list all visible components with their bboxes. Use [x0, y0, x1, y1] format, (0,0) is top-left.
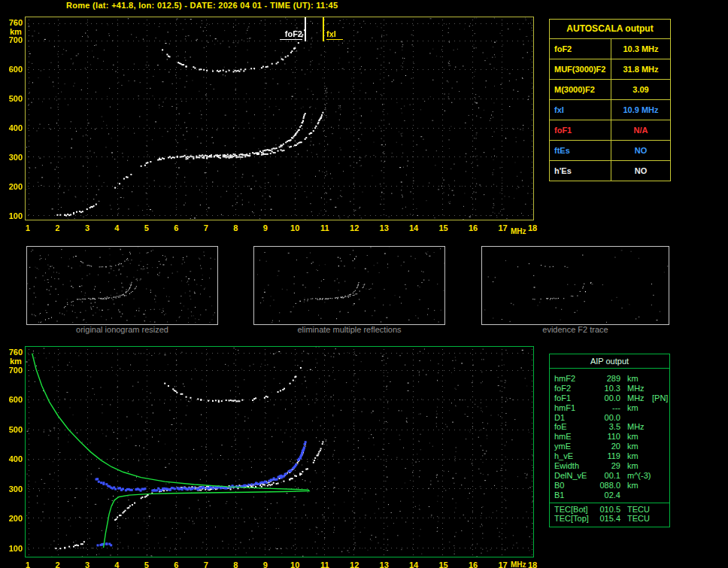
x-tick-15: 15	[435, 560, 452, 568]
x-tick-8: 8	[227, 560, 244, 568]
aip-row-extra	[652, 471, 669, 481]
aip-row-value: 088.0	[593, 481, 620, 491]
x-tick-3: 3	[79, 560, 96, 568]
aip-row-label: foF2	[550, 384, 593, 393]
aip-tec-row-TEC[Top]: TEC[Top]015.4TECU	[550, 514, 669, 524]
aip-row-foF2: foF210.3MHz	[550, 384, 669, 393]
aip-row-unit	[620, 491, 652, 500]
aip-row-label: foE	[550, 422, 593, 432]
x-tick-13: 13	[376, 560, 393, 568]
x-tick-9: 9	[257, 560, 274, 568]
aip-row-Ewidth: Ewidth29km	[550, 461, 669, 471]
thumbnail-evidence-f2-trace	[481, 246, 669, 325]
autoscala-row-h'Es: h'EsNO	[550, 160, 670, 181]
y-tick-300: 300	[2, 484, 23, 494]
aip-row-DelN_vE: DelN_vE00.1m^(-3)	[550, 471, 669, 481]
x-tick-6: 6	[168, 560, 184, 568]
aip-row-value: 00.0	[593, 413, 620, 423]
aip-row-value: 10.3	[593, 384, 620, 393]
x-tick-18: 18	[524, 560, 541, 568]
aip-row-extra	[652, 432, 669, 442]
aip-row-foE: foE3.5MHz	[550, 422, 669, 432]
x-tick-4: 4	[108, 560, 125, 568]
x-tick-1: 1	[20, 560, 36, 568]
ionogram-bottom-plot	[25, 346, 534, 557]
ionogram-top-canvas	[26, 17, 533, 220]
autoscala-row-label: foF1	[550, 120, 611, 140]
thumbnail-eliminate-canvas	[254, 247, 444, 323]
thumbnail-original-ionogram	[26, 246, 218, 325]
aip-row-foF1: foF100.0MHz[PN]	[550, 393, 669, 403]
thumbnail-evidence-canvas	[482, 247, 669, 323]
thumbnail-caption-1: original ionogram resized	[26, 325, 218, 334]
y-tick-400: 400	[2, 454, 23, 463]
aip-row-extra	[652, 384, 669, 393]
autoscala-row-ftEs: ftEsNO	[550, 140, 670, 160]
aip-row-hmF1: hmF1---km	[550, 403, 669, 413]
x-tick-12: 12	[346, 223, 362, 232]
x-tick-10: 10	[287, 223, 303, 232]
autoscala-row-MUF(3000)F2: MUF(3000)F231.8 MHz	[550, 59, 670, 79]
autoscala-row-M(3000)F2: M(3000)F23.09	[550, 79, 670, 99]
y-tick-400: 400	[2, 123, 23, 132]
autoscala-row-label: MUF(3000)F2	[550, 59, 611, 79]
aip-row-extra	[652, 413, 669, 423]
x-tick-17: 17	[495, 223, 511, 232]
autoscala-row-label: h'Es	[550, 161, 611, 181]
aip-row-extra: [PN]	[652, 393, 669, 403]
aip-row-unit	[620, 413, 652, 423]
aip-row-label: h_vE	[550, 451, 593, 461]
autoscala-row-foF2: foF210.3 MHz	[550, 39, 670, 59]
aip-row-label: B0	[550, 481, 593, 491]
aip-row-B0: B0088.0km	[550, 481, 669, 491]
x-tick-17: 17	[495, 560, 511, 568]
autoscala-row-value: NO	[611, 161, 670, 181]
aip-row-hmF2: hmF2289km	[550, 374, 669, 384]
aip-tec-unit: TECU	[620, 505, 652, 515]
autoscala-row-label: foF2	[550, 39, 611, 59]
aip-tec-label: TEC[Top]	[550, 514, 593, 524]
autoscala-row-value: 31.8 MHz	[611, 59, 670, 79]
aip-row-label: D1	[550, 413, 593, 423]
aip-row-unit: km	[620, 432, 652, 442]
aip-row-value: 119	[593, 451, 620, 461]
y-axis-unit-bottom: km	[10, 357, 22, 366]
y-tick-200: 200	[2, 182, 23, 191]
aip-row-label: Ewidth	[550, 461, 593, 471]
aip-row-unit: km	[620, 451, 652, 461]
x-tick-11: 11	[317, 560, 333, 568]
aip-row-unit: m^(-3)	[620, 471, 652, 481]
aip-tec-value: 010.5	[593, 505, 620, 515]
autoscala-table: foF210.3 MHzMUF(3000)F231.8 MHzM(3000)F2…	[550, 39, 670, 181]
x-tick-6: 6	[168, 223, 184, 232]
autoscala-row-value: 10.3 MHz	[611, 39, 670, 59]
aip-row-extra	[652, 442, 669, 451]
aip-row-value: 00.0	[593, 393, 620, 403]
x-tick-9: 9	[257, 223, 274, 232]
fxi-marker-label: fxI	[326, 29, 343, 40]
x-tick-5: 5	[138, 223, 155, 232]
x-tick-15: 15	[435, 223, 452, 232]
autoscala-row-fxI: fxI10.9 MHz	[550, 99, 670, 120]
aip-row-extra	[652, 451, 669, 461]
y-tick-700: 700	[2, 35, 23, 44]
y-tick-100: 100	[2, 211, 23, 220]
y-tick-200: 200	[2, 514, 23, 523]
fof2-marker-label: foF2	[280, 29, 302, 40]
y-tick-500: 500	[2, 425, 23, 434]
autoscala-output-panel: AUTOSCALA output foF210.3 MHzMUF(3000)F2…	[549, 19, 671, 181]
aip-row-label: hmE	[550, 432, 593, 442]
aip-row-unit: MHz	[620, 384, 652, 393]
y-tick-100: 100	[2, 544, 23, 553]
autoscala-panel-title: AUTOSCALA output	[550, 20, 670, 39]
page-title: Rome (lat: +41.8, lon: 012.5) - DATE: 20…	[66, 1, 338, 10]
autoscala-row-foF1: foF1N/A	[550, 120, 670, 140]
ionogram-bottom-canvas	[26, 347, 533, 557]
aip-row-unit: MHz	[620, 393, 652, 403]
aip-row-B1: B102.4	[550, 491, 669, 500]
x-tick-13: 13	[376, 223, 393, 232]
aip-row-value: 110	[593, 432, 620, 442]
aip-row-value: ---	[593, 403, 620, 413]
x-tick-3: 3	[79, 223, 96, 232]
thumbnail-caption-2: eliminate multiple reflections	[253, 325, 445, 334]
